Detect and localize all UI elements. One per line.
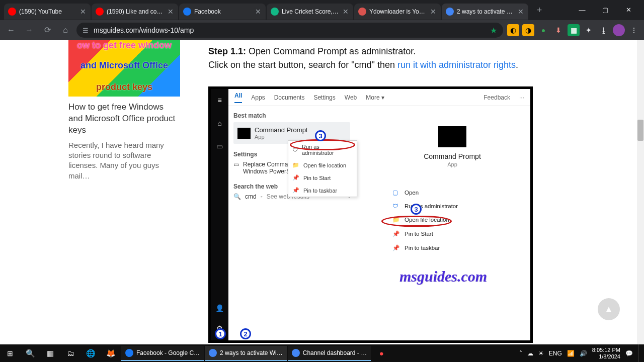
thumb-text: product keys (68, 82, 180, 93)
windows-search-rail: ≡ ⌂ ▭ 👤 ⚙ (211, 89, 228, 340)
pin-icon: 📌 (392, 230, 399, 237)
step-instruction: Click on the start button, search for "c… (208, 60, 533, 70)
chrome-menu-icon[interactable]: ⋮ (628, 24, 640, 36)
downloads-icon[interactable]: ⭳ (598, 24, 610, 36)
related-article-desc: Recently, I have heard many stories roun… (68, 140, 180, 181)
filter-web: Web (345, 94, 357, 101)
close-icon[interactable]: ✕ (79, 8, 87, 15)
action-label: Pin to Start (405, 231, 433, 237)
taskbar-search-icon[interactable]: 🔍 (20, 344, 40, 362)
close-icon[interactable]: ✕ (342, 8, 349, 15)
ctx-pin-start: 📌Pin to Start (288, 171, 357, 184)
folder-icon: 📁 (292, 162, 299, 168)
cmd-icon (237, 128, 251, 139)
folder-icon: 📁 (392, 216, 399, 223)
best-match-label: Best match (233, 112, 350, 119)
tab-facebook[interactable]: Facebook ✕ (179, 4, 266, 20)
query-text: cmd (245, 193, 257, 200)
start-button[interactable]: ⊞ (0, 344, 20, 362)
network-icon[interactable]: 📶 (567, 350, 575, 357)
thumb-text: and Microsoft Office (68, 60, 180, 71)
forward-button[interactable]: → (22, 23, 36, 37)
shield-icon: 🛡 (292, 147, 298, 153)
page-viewport: ow to get free window and Microsoft Offi… (0, 40, 637, 344)
extension-icon[interactable]: ● (537, 24, 549, 36)
address-bar[interactable]: ☰ msguides.com/windows-10/amp ★ (76, 23, 503, 38)
show-desktop-button[interactable] (638, 344, 641, 362)
action-run-admin: 🛡Run as administrator (392, 200, 522, 213)
reload-button[interactable]: ⟳ (40, 23, 54, 37)
tab-title: 2 ways to activate Wi… (457, 8, 514, 15)
pin-icon: 📌 (292, 187, 299, 194)
filter-settings: Settings (313, 94, 335, 101)
extension-icon[interactable]: ⬇ (552, 24, 565, 36)
instruction-text: Click on the start button, search for "c… (208, 60, 397, 70)
windows-taskbar: ⊞ 🔍 ▦ 🗂 🌐 🦊 Facebook - Google C… 2 ways … (0, 344, 644, 362)
tab-title: Facebook (194, 8, 252, 15)
minimize-button[interactable]: — (571, 2, 594, 18)
article-body: Step 1.1: Open Command Prompt as adminis… (208, 46, 533, 70)
pin-icon: 📌 (292, 174, 299, 181)
language-indicator[interactable]: ENG (549, 350, 562, 357)
taskbar-app-channel[interactable]: Channel dashboard - … (288, 346, 371, 361)
scrollbar-thumb[interactable] (637, 120, 643, 141)
close-icon[interactable]: ✕ (517, 8, 524, 15)
close-icon[interactable]: ✕ (255, 8, 262, 15)
extension-icon[interactable]: ◐ (507, 24, 519, 36)
tray-icon[interactable]: ☀ (538, 350, 544, 357)
firefox-icon[interactable]: 🦊 (101, 344, 121, 362)
run-admin-link[interactable]: run it with administrator rights (397, 60, 516, 70)
close-icon[interactable]: ✕ (430, 8, 437, 15)
bookmark-star-icon[interactable]: ★ (490, 26, 497, 35)
scroll-to-top-button[interactable]: ▲ (598, 298, 620, 320)
chrome-window-icon (292, 349, 300, 357)
new-tab-button[interactable]: + (532, 3, 546, 17)
extension-icon[interactable]: ▦ (568, 24, 580, 36)
context-menu: 🛡Run as administrator 📁Open file locatio… (288, 140, 357, 197)
taskbar-clock[interactable]: 8:05:12 PM 1/8/2024 (592, 347, 620, 359)
profile-avatar[interactable] (613, 24, 625, 36)
home-button[interactable]: ⌂ (58, 23, 72, 37)
recording-indicator-icon[interactable]: ● (371, 344, 391, 362)
back-button[interactable]: ← (4, 23, 18, 37)
clock-time: 8:05:12 PM (592, 347, 620, 353)
tab-title: (1590) Like and com… (107, 8, 164, 15)
thumb-text: ow to get free window (68, 40, 180, 51)
notifications-icon[interactable]: 💬 (625, 350, 633, 357)
tray-overflow-icon[interactable]: ˄ (519, 350, 522, 357)
maximize-button[interactable]: ▢ (594, 2, 617, 18)
tab-msguides[interactable]: 2 ways to activate Wi… ✕ (442, 4, 528, 20)
extensions-menu-icon[interactable]: ✦ (583, 24, 595, 36)
tab-ydownloader[interactable]: Ydownloader is Your… ✕ (354, 4, 441, 20)
taskbar-app-facebook[interactable]: Facebook - Google C… (121, 346, 204, 361)
close-window-button[interactable]: ✕ (617, 2, 640, 18)
extension-icon[interactable]: ◑ (522, 24, 534, 36)
youtube-icon (96, 8, 104, 16)
close-icon[interactable]: ✕ (167, 8, 174, 15)
gear-icon: ⚙ (215, 324, 224, 333)
filter-all: All (234, 92, 242, 103)
result-title: Command Prompt (255, 126, 307, 134)
tab-cricket[interactable]: Live Cricket Score, Sc… ✕ (267, 4, 353, 20)
related-article-card[interactable]: ow to get free window and Microsoft Offi… (68, 40, 180, 181)
pin-icon: 📌 (392, 244, 399, 251)
site-icon (446, 8, 454, 16)
edge-icon[interactable]: 🌐 (80, 344, 101, 362)
youtube-icon (8, 8, 16, 16)
tab-youtube[interactable]: (1590) YouTube ✕ (4, 4, 91, 20)
taskbar-app-msguides[interactable]: 2 ways to activate Wi… (205, 346, 287, 361)
tray-icon[interactable]: ☁ (527, 350, 533, 357)
action-open-location: 📁Open file location (392, 213, 522, 227)
volume-icon[interactable]: 🔊 (580, 350, 587, 357)
task-view-icon[interactable]: ▦ (40, 344, 60, 362)
action-label: Pin to taskbar (405, 245, 440, 251)
vertical-scrollbar[interactable] (637, 40, 644, 344)
result-kind: App (255, 134, 307, 140)
windows-search-panel: All Apps Documents Settings Web More ▾ F… (228, 89, 530, 340)
tab-youtube-2[interactable]: (1590) Like and com… ✕ (92, 4, 178, 20)
file-explorer-icon[interactable]: 🗂 (60, 344, 80, 362)
site-info-icon[interactable]: ☰ (83, 27, 89, 34)
person-icon: 👤 (215, 304, 224, 313)
tab-title: Live Cricket Score, Sc… (282, 8, 339, 15)
system-tray: ˄ ☁ ☀ ENG 📶 🔊 8:05:12 PM 1/8/2024 💬 (519, 344, 644, 362)
